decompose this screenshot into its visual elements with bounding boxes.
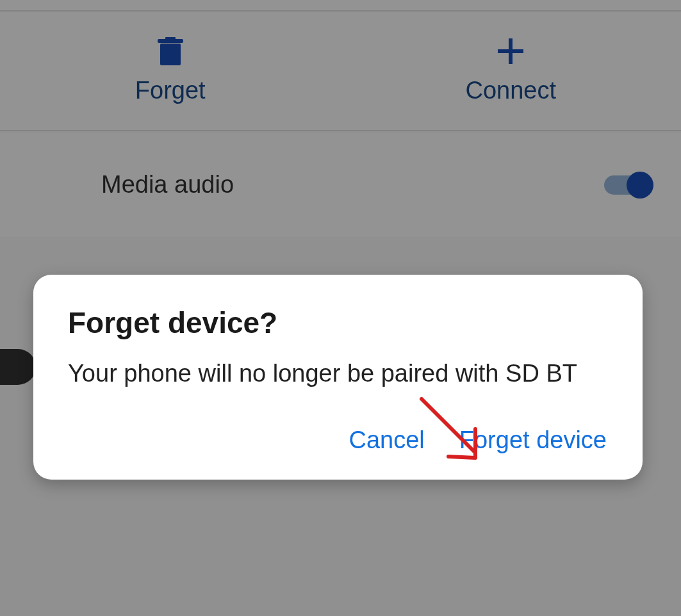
cancel-button[interactable]: Cancel: [349, 426, 424, 454]
dialog-message: Your phone will no longer be paired with…: [68, 358, 608, 389]
forget-device-dialog: Forget device? Your phone will no longer…: [33, 275, 643, 480]
dialog-actions: Cancel Forget device: [68, 426, 608, 454]
forget-device-button[interactable]: Forget device: [459, 426, 607, 454]
dialog-title: Forget device?: [68, 305, 608, 340]
